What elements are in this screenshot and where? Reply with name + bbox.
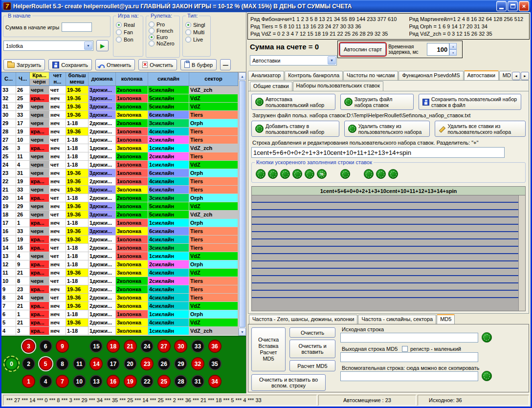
bets-list-row[interactable] [252, 261, 518, 269]
roulette-number-10[interactable]: 10 [73, 375, 86, 388]
roulette-number-14[interactable]: 14 [89, 357, 103, 370]
roulette-number-0[interactable]: 0 [5, 357, 18, 370]
roulette-number-17[interactable]: 17 [107, 357, 120, 370]
md5-source-chip-button[interactable] [482, 332, 492, 343]
scrollbar-thumb[interactable] [239, 81, 245, 327]
bets-list-row[interactable] [252, 239, 518, 247]
autobets-combo[interactable]: Автоставки ▼ [250, 55, 337, 65]
roulette-number-16[interactable]: 16 [107, 375, 120, 388]
history-row[interactable]: 263кра...неч1-181дюжи...3колонка1сиклайн… [1, 144, 238, 152]
bets-list-row[interactable] [252, 203, 518, 210]
close-button[interactable]: × [519, 1, 529, 11]
autostake-user-set-button[interactable]: Автоставка пользовательский набор [251, 94, 335, 110]
roulette-number-24[interactable]: 24 [140, 340, 154, 353]
column-header-color[interactable]: Кра...черн [30, 72, 49, 86]
history-row[interactable]: 1519кра...неч19-362дюжи...1колонка4сикла… [1, 236, 238, 244]
roulette-number-7[interactable]: 7 [56, 375, 69, 388]
roulette-number-36[interactable]: 36 [208, 340, 222, 353]
roulette-number-27[interactable]: 27 [157, 340, 171, 353]
radio-singl[interactable]: Singl [185, 22, 209, 28]
history-row[interactable]: 1633черннеч19-363дюжи...3колонка6сиклайн… [1, 227, 238, 236]
history-row[interactable]: 2819кра...неч19-362дюжи...1колонка4сикла… [1, 128, 238, 136]
md5-aux-chip-button[interactable] [482, 371, 492, 381]
radio-nozero[interactable]: NoZero [149, 41, 178, 46]
tab-Контроль банкролла[interactable]: Контроль банкролла [285, 71, 343, 80]
slot-combo[interactable]: 1slotka ▼ [3, 41, 93, 51]
roulette-number-3[interactable]: 3 [22, 340, 35, 353]
roulette-number-18[interactable]: 18 [107, 340, 120, 353]
radio-bon[interactable]: Bon [116, 37, 141, 43]
history-row[interactable]: 129кра...неч1-181дюжи...3колонка2сиклайн… [1, 260, 238, 269]
bets-list-row[interactable] [252, 269, 518, 276]
tab-Функционал PsevdoMS[interactable]: Функционал PsevdoMS [399, 71, 463, 80]
bets-list-row[interactable] [252, 247, 518, 254]
history-row[interactable]: 108чернчет1-181дюжи...2колонка2сиклайнTi… [1, 277, 238, 285]
history-row[interactable]: 2710чернчет1-181дюжи...1колонка2сиклайнT… [1, 136, 238, 144]
bets-list-row[interactable] [252, 254, 518, 261]
md5-source-input[interactable] [340, 333, 478, 343]
history-row[interactable]: 521кра...неч19-362дюжи...3колонка4сиклай… [1, 319, 238, 327]
spin-up-button[interactable]: ▲ [449, 43, 457, 49]
roulette-number-23[interactable]: 23 [140, 357, 154, 370]
radio-french[interactable]: French [149, 28, 178, 34]
column-header-column[interactable]: колонка [116, 72, 148, 86]
roulette-number-6[interactable]: 6 [39, 340, 52, 353]
roulette-number-13[interactable]: 13 [89, 375, 103, 388]
freqtab-Частота - сиклайны, сектора[interactable]: Частота - сиклайны, сектора [358, 315, 436, 324]
save-button[interactable]: Сохранить [48, 59, 92, 70]
roulette-number-2[interactable]: 2 [22, 357, 35, 370]
tab-Анализатор[interactable]: Анализатор [248, 71, 284, 80]
bet-chip-button[interactable] [280, 169, 290, 179]
bet-chip-button[interactable] [376, 169, 386, 179]
history-row[interactable]: 43кра...неч1-181дюжи...3колонка1сиклайнV… [1, 327, 238, 335]
bets-list-row[interactable] [252, 276, 518, 283]
bets-list-row[interactable] [252, 283, 518, 291]
history-row[interactable]: 3225кра...неч19-363дюжи...1колонка5сикла… [1, 94, 238, 103]
history-row[interactable]: 171кра...неч1-181дюжи...1колонка1сиклайн… [1, 219, 238, 227]
undo-button[interactable]: Отменить [95, 59, 135, 70]
roulette-number-8[interactable]: 8 [56, 357, 69, 370]
history-row[interactable]: 1416кра...чет1-182дюжи...1колонка3сиклай… [1, 244, 238, 252]
column-header-sixline[interactable]: сиклайн [148, 72, 189, 86]
history-row[interactable]: 824чернчет19-362дюжи...3колонка4сиклайнT… [1, 294, 238, 302]
roulette-number-5[interactable]: 5 [39, 357, 52, 370]
history-row[interactable]: 134чернчет1-181дюжи...1колонка1сиклайнVd… [1, 252, 238, 260]
roulette-number-34[interactable]: 34 [208, 375, 222, 388]
md5-clear-paste-aux-button[interactable]: Очистить и вставить во вспом. строку [251, 374, 326, 391]
bets-list-row[interactable] [252, 232, 518, 239]
md5-calc-button[interactable]: Расчет MD5 [289, 360, 335, 371]
bets-list-row[interactable] [252, 225, 518, 232]
bets-list-row[interactable] [252, 291, 518, 298]
history-row[interactable]: 923кра...неч19-362дюжи...2колонка4сиклай… [1, 285, 238, 294]
history-row[interactable]: 3326чернчет19-363дюжи...2колонка5сиклайн… [1, 86, 238, 94]
column-header-range[interactable]: большменш [66, 72, 89, 86]
roulette-number-22[interactable]: 22 [140, 375, 154, 388]
bets-list-row[interactable] [252, 217, 518, 225]
freqtab-Частота - Zero, шансы, дюжины, колонки[interactable]: Частота - Zero, шансы, дюжины, колонки [249, 315, 357, 324]
roulette-number-15[interactable]: 15 [89, 340, 103, 353]
bet-chip-button[interactable] [340, 169, 350, 179]
collapse-button[interactable]: — [220, 59, 231, 70]
history-row[interactable]: 2917черннеч1-182дюжи...2колонка3сиклайнO… [1, 119, 238, 128]
load-button[interactable]: Загрузить [3, 59, 45, 70]
radio-live[interactable]: Live [185, 37, 209, 43]
history-row[interactable]: 3033черннеч19-363дюжи...3колонка6сиклайн… [1, 111, 238, 119]
roulette-number-11[interactable]: 11 [73, 357, 86, 370]
delay-input[interactable] [427, 43, 449, 56]
radio-euro[interactable]: Euro [149, 34, 178, 40]
tabs-scroll-right-button[interactable]: ► [521, 72, 529, 80]
column-header-dozen[interactable]: дюжина [89, 72, 116, 86]
bet-chip-button[interactable] [364, 169, 374, 179]
md5-clear-paste-calc-button[interactable]: Очистка Вставка Расчет MD5 [251, 327, 286, 371]
bet-chip-button[interactable] [305, 169, 314, 179]
tabs-scroll-left-button[interactable]: ◄ [512, 72, 520, 80]
history-row[interactable]: 2133черннеч19-363дюжи...3колонка6сиклайн… [1, 186, 238, 194]
roulette-number-4[interactable]: 4 [39, 375, 52, 388]
roulette-number-25[interactable]: 25 [157, 375, 171, 388]
chevron-down-icon[interactable]: ▼ [328, 56, 336, 64]
history-row[interactable]: 1121кра...неч19-362дюжи...3колонка4сикла… [1, 269, 238, 277]
history-row[interactable]: 721кра...неч19-362дюжи...3колонка4сиклай… [1, 302, 238, 310]
roulette-number-20[interactable]: 20 [124, 357, 137, 370]
column-header-spin[interactable]: С... [1, 72, 16, 86]
roulette-number-21[interactable]: 21 [124, 340, 137, 353]
